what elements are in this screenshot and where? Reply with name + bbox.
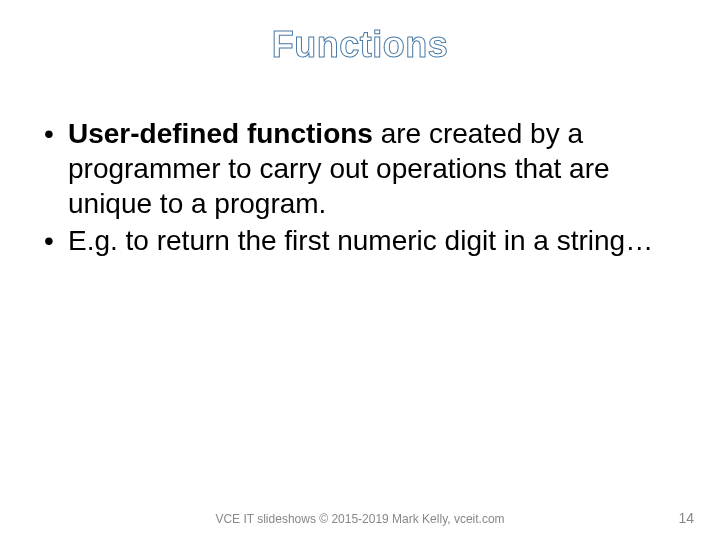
slide-content: User-defined functions are created by a … bbox=[0, 86, 720, 258]
slide-title: Functions bbox=[0, 0, 720, 86]
slide-footer: VCE IT slideshows © 2015-2019 Mark Kelly… bbox=[0, 512, 720, 526]
bullet-item: E.g. to return the first numeric digit i… bbox=[40, 223, 680, 258]
bullet-list: User-defined functions are created by a … bbox=[40, 116, 680, 258]
bullet-text: E.g. to return the first numeric digit i… bbox=[68, 225, 653, 256]
bullet-bold: User-defined functions bbox=[68, 118, 373, 149]
page-number: 14 bbox=[678, 510, 694, 526]
footer-copyright: VCE IT slideshows © 2015-2019 Mark Kelly… bbox=[30, 512, 690, 526]
bullet-item: User-defined functions are created by a … bbox=[40, 116, 680, 221]
